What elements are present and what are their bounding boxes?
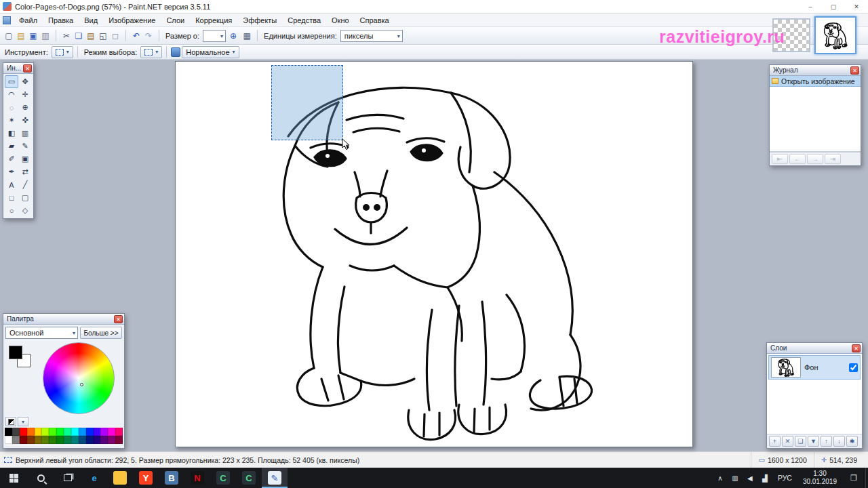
palette-swatch[interactable] <box>71 428 79 436</box>
palette-swatch[interactable] <box>71 436 79 444</box>
delete-layer-button[interactable]: ✕ <box>782 436 793 447</box>
open-image-thumbnail-dog[interactable] <box>814 16 856 54</box>
tool-eraser[interactable]: ▰ <box>5 140 18 152</box>
more-colors-button[interactable]: Больше >> <box>80 327 122 339</box>
palette-swatch[interactable] <box>108 436 115 444</box>
color-wheel[interactable] <box>43 342 115 414</box>
tool-color-picker[interactable]: ✒ <box>5 165 18 178</box>
swatch-mode-button[interactable] <box>5 417 16 426</box>
tool-magic-wand[interactable]: ✶ <box>5 114 18 127</box>
history-panel-titlebar[interactable]: Журнал ✕ <box>770 65 861 76</box>
tool-pan[interactable]: ✜ <box>18 114 32 127</box>
tools-panel-close-button[interactable]: ✕ <box>23 64 32 73</box>
menu-item-1[interactable]: Правка <box>43 14 79 27</box>
menu-item-7[interactable]: Средства <box>282 14 326 27</box>
copy-icon[interactable]: ❏ <box>73 30 85 42</box>
search-button[interactable] <box>27 468 54 488</box>
tool-dropdown-button[interactable]: ▾ <box>52 46 73 58</box>
taskbar-edge[interactable]: e <box>81 468 107 488</box>
taskbar-vk[interactable]: B <box>159 468 184 488</box>
palette-swatch[interactable] <box>49 428 56 436</box>
menu-item-3[interactable]: Изображение <box>103 14 161 27</box>
palette-swatch[interactable] <box>27 436 35 444</box>
undo-icon[interactable]: ↶ <box>130 30 142 42</box>
palette-swatch[interactable] <box>20 436 27 444</box>
tool-paint-bucket[interactable]: ◧ <box>5 127 18 140</box>
color-wheel-marker[interactable] <box>80 383 83 386</box>
taskbar-file-explorer[interactable] <box>107 468 133 488</box>
deselect-icon[interactable]: ◻ <box>109 30 121 42</box>
cut-icon[interactable]: ✂ <box>60 30 73 42</box>
palette-swatch[interactable] <box>79 428 86 436</box>
tool-line-curve[interactable]: ╱ <box>18 178 32 191</box>
units-combo[interactable]: пикселы <box>340 30 403 42</box>
network-icon[interactable]: ▟ <box>757 468 772 488</box>
layer-properties-button[interactable]: ✱ <box>846 436 858 447</box>
tool-rectangle[interactable]: □ <box>5 191 18 204</box>
layers-panel-close-button[interactable]: ✕ <box>852 344 861 352</box>
history-step-forward-button[interactable]: → <box>807 154 823 164</box>
move-layer-down-button[interactable]: ↓ <box>833 436 845 447</box>
menu-item-4[interactable]: Слои <box>161 14 190 27</box>
close-button[interactable]: ✕ <box>845 0 868 14</box>
tool-pencil[interactable]: ✎ <box>18 140 32 152</box>
palette-panel-close-button[interactable]: ✕ <box>114 315 123 323</box>
palette-swatch[interactable] <box>79 436 86 444</box>
selection-mode-dropdown[interactable]: ▾ <box>140 46 162 58</box>
open-file-icon[interactable]: ▤ <box>15 30 27 42</box>
task-view-button[interactable] <box>54 468 81 488</box>
save-file-icon[interactable]: ▣ <box>27 30 39 42</box>
palette-swatch[interactable] <box>86 436 94 444</box>
taskbar-code-app-1[interactable]: C <box>210 468 236 488</box>
show-desktop-button[interactable] <box>865 468 868 488</box>
tool-gradient[interactable]: ▥ <box>18 127 32 140</box>
start-button[interactable] <box>0 468 27 488</box>
move-layer-up-button[interactable]: ↑ <box>821 436 832 447</box>
menu-item-0[interactable]: Файл <box>14 14 43 27</box>
palette-swatch[interactable] <box>56 428 64 436</box>
palette-swatch[interactable] <box>12 428 20 436</box>
tool-clone-stamp[interactable]: ▣ <box>18 152 32 165</box>
palette-swatch[interactable] <box>35 428 42 436</box>
taskbar-netflix[interactable]: N <box>184 468 210 488</box>
palette-swatch[interactable] <box>108 428 115 436</box>
primary-color-swatch[interactable] <box>9 346 22 359</box>
tool-rounded-rectangle[interactable]: ▢ <box>18 191 32 204</box>
menu-item-2[interactable]: Вид <box>79 14 103 27</box>
history-step-back-button[interactable]: ← <box>789 154 806 164</box>
history-item[interactable]: Открыть изображение <box>770 76 861 87</box>
layer-visibility-checkbox[interactable] <box>849 363 858 372</box>
palette-swatch[interactable] <box>94 436 101 444</box>
palette-swatch[interactable] <box>5 436 12 444</box>
tools-panel-titlebar[interactable]: Ин... ✕ <box>3 63 33 74</box>
palette-swatch[interactable] <box>27 428 35 436</box>
maximize-button[interactable]: ▢ <box>822 0 845 14</box>
tool-zoom[interactable]: ⊕ <box>18 101 32 114</box>
taskbar-code-app-2[interactable]: C <box>236 468 262 488</box>
palette-swatch[interactable] <box>12 436 20 444</box>
palette-swatch[interactable] <box>5 428 12 436</box>
layer-row[interactable]: Фон <box>768 355 861 380</box>
volume-icon[interactable]: ◀ <box>743 468 757 488</box>
tool-ellipse[interactable]: ○ <box>5 204 18 217</box>
print-icon[interactable]: ▥ <box>39 30 52 42</box>
palette-swatch[interactable] <box>20 428 27 436</box>
history-panel-close-button[interactable]: ✕ <box>850 66 859 75</box>
tool-move-selection[interactable]: ✛ <box>18 88 32 101</box>
menu-item-6[interactable]: Эффекты <box>237 14 282 27</box>
palette-swatch[interactable] <box>86 428 94 436</box>
hidden-icons-chevron[interactable]: ∧ <box>713 468 728 488</box>
menu-item-9[interactable]: Справка <box>355 14 395 27</box>
tool-paintbrush[interactable]: ✐ <box>5 152 18 165</box>
palette-swatch[interactable] <box>49 436 56 444</box>
tool-move-selected-pixels[interactable]: ✥ <box>18 75 32 88</box>
tray-app-icon[interactable]: ▥ <box>728 468 743 488</box>
paste-icon[interactable]: ▤ <box>85 30 97 42</box>
palette-swatch[interactable] <box>115 428 123 436</box>
palette-swatch[interactable] <box>41 428 49 436</box>
taskbar-yandex-browser[interactable]: Y <box>133 468 159 488</box>
size-combo[interactable] <box>203 30 226 42</box>
palette-swatch[interactable] <box>100 436 108 444</box>
tool-lasso-select[interactable]: ◠ <box>5 88 18 101</box>
history-fast-forward-button[interactable]: ⇥ <box>825 154 841 164</box>
